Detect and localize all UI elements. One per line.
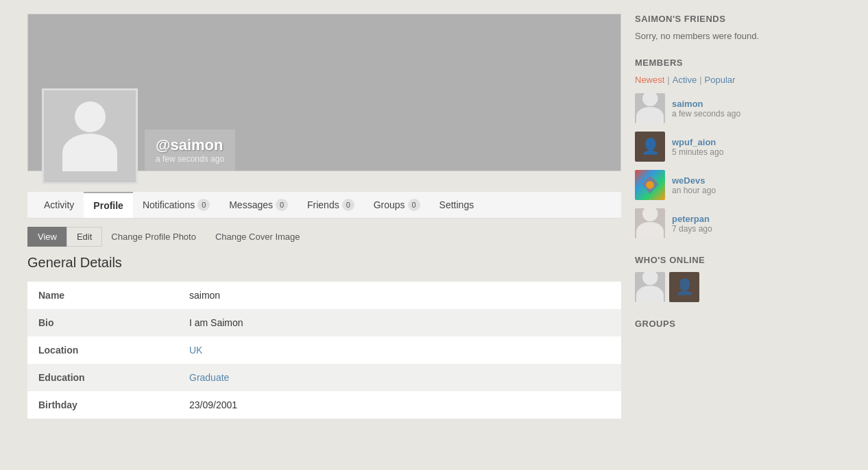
- online-saimon-icon: [636, 272, 664, 302]
- link-change-cover-image[interactable]: Change Cover Image: [206, 227, 310, 246]
- main-content: @saimon a few seconds ago Activity Profi…: [27, 14, 621, 419]
- tab-notifications[interactable]: Notifications 0: [133, 192, 219, 218]
- table-row: Education Graduate: [27, 364, 621, 391]
- member-info-wpuf-aion: wpuf_aion 5 minutes ago: [672, 137, 723, 157]
- username: @saimon: [156, 136, 224, 154]
- tab-activity[interactable]: Activity: [34, 193, 84, 217]
- field-label-bio: Bio: [27, 309, 178, 336]
- member-time-saimon: a few seconds ago: [672, 109, 740, 119]
- svg-point-1: [646, 181, 654, 189]
- subtab-edit[interactable]: Edit: [67, 227, 102, 247]
- field-value-name: saimon: [178, 282, 621, 309]
- member-name-wpuf-aion[interactable]: wpuf_aion: [672, 137, 723, 147]
- last-active: a few seconds ago: [156, 154, 224, 164]
- wedevs-logo-icon: [639, 174, 661, 196]
- member-avatar-peterpan: [635, 208, 665, 238]
- saimon-avatar-icon: [636, 93, 664, 123]
- online-avatar-wpuf: 👤: [669, 272, 699, 302]
- tab-settings[interactable]: Settings: [430, 193, 484, 217]
- profile-nav: Activity Profile Notifications 0 Message…: [27, 192, 621, 219]
- field-label-name: Name: [27, 282, 178, 309]
- details-table: Name saimon Bio I am Saimon Location UK …: [27, 282, 621, 419]
- members-filter: Newest | Active | Popular: [635, 75, 841, 85]
- groups-title: GROUPS: [635, 319, 841, 329]
- general-details-title: General Details: [27, 255, 621, 271]
- online-section: WHO'S ONLINE 👤: [635, 255, 841, 302]
- link-change-profile-photo[interactable]: Change Profile Photo: [101, 227, 206, 246]
- tab-friends[interactable]: Friends 0: [298, 192, 364, 218]
- member-saimon: saimon a few seconds ago: [635, 93, 841, 123]
- tab-messages[interactable]: Messages 0: [219, 192, 298, 218]
- avatar-placeholder: [62, 101, 117, 171]
- subtab-view[interactable]: View: [27, 227, 67, 247]
- friends-badge: 0: [342, 199, 354, 211]
- online-avatars: 👤: [635, 272, 841, 302]
- member-info-peterpan: peterpan 7 days ago: [672, 214, 712, 234]
- messages-badge: 0: [276, 199, 288, 211]
- field-label-location: Location: [27, 336, 178, 364]
- filter-popular[interactable]: Popular: [705, 75, 736, 85]
- table-row: Name saimon: [27, 282, 621, 309]
- member-avatar-saimon: [635, 93, 665, 123]
- avatar: [42, 88, 138, 184]
- peterpan-avatar-icon: [636, 208, 664, 238]
- member-name-saimon[interactable]: saimon: [672, 99, 740, 109]
- member-time-wpuf-aion: 5 minutes ago: [672, 147, 723, 157]
- field-value-birthday: 23/09/2001: [178, 391, 621, 419]
- username-area: @saimon a few seconds ago: [145, 129, 235, 171]
- friends-section: SAIMON'S FRIENDS Sorry, no members were …: [635, 14, 841, 41]
- field-value-bio: I am Saimon: [178, 309, 621, 336]
- field-value-location: UK: [178, 336, 621, 364]
- members-section: MEMBERS Newest | Active | Popular saimon: [635, 58, 841, 238]
- online-avatar-saimon: [635, 272, 665, 302]
- groups-badge: 0: [408, 199, 420, 211]
- tab-groups[interactable]: Groups 0: [364, 192, 430, 218]
- notifications-badge: 0: [197, 199, 210, 211]
- sep2: |: [699, 75, 701, 85]
- friends-title: SAIMON'S FRIENDS: [635, 14, 841, 24]
- table-row: Bio I am Saimon: [27, 309, 621, 336]
- filter-newest[interactable]: Newest: [635, 75, 664, 85]
- member-info-wedevs: weDevs an hour ago: [672, 175, 716, 195]
- online-title: WHO'S ONLINE: [635, 255, 841, 265]
- filter-active[interactable]: Active: [673, 75, 697, 85]
- avatar-head: [75, 101, 106, 132]
- member-wpuf-aion: 👤 wpuf_aion 5 minutes ago: [635, 132, 841, 162]
- table-row: Birthday 23/09/2001: [27, 391, 621, 419]
- member-name-wedevs[interactable]: weDevs: [672, 175, 716, 186]
- member-name-peterpan[interactable]: peterpan: [672, 214, 712, 224]
- member-wedevs: weDevs an hour ago: [635, 170, 841, 200]
- field-label-birthday: Birthday: [27, 391, 178, 419]
- field-label-education: Education: [27, 364, 178, 391]
- friends-empty: Sorry, no members were found.: [635, 31, 841, 41]
- page-wrapper: @saimon a few seconds ago Activity Profi…: [0, 0, 868, 432]
- member-avatar-wpuf-aion: 👤: [635, 132, 665, 162]
- avatar-body: [62, 134, 117, 171]
- cover-area: @saimon a few seconds ago: [27, 14, 621, 171]
- member-time-wedevs: an hour ago: [672, 186, 716, 195]
- members-title: MEMBERS: [635, 58, 841, 68]
- sub-nav: View Edit Change Profile Photo Change Co…: [27, 227, 621, 247]
- table-row: Location UK: [27, 336, 621, 364]
- member-time-peterpan: 7 days ago: [672, 224, 712, 234]
- sep1: |: [667, 75, 669, 85]
- member-info-saimon: saimon a few seconds ago: [672, 99, 740, 119]
- groups-section: GROUPS: [635, 319, 841, 329]
- field-value-education: Graduate: [178, 364, 621, 391]
- member-avatar-wedevs: [635, 170, 665, 200]
- member-peterpan: peterpan 7 days ago: [635, 208, 841, 238]
- tab-profile[interactable]: Profile: [84, 192, 133, 218]
- sidebar: SAIMON'S FRIENDS Sorry, no members were …: [635, 14, 841, 419]
